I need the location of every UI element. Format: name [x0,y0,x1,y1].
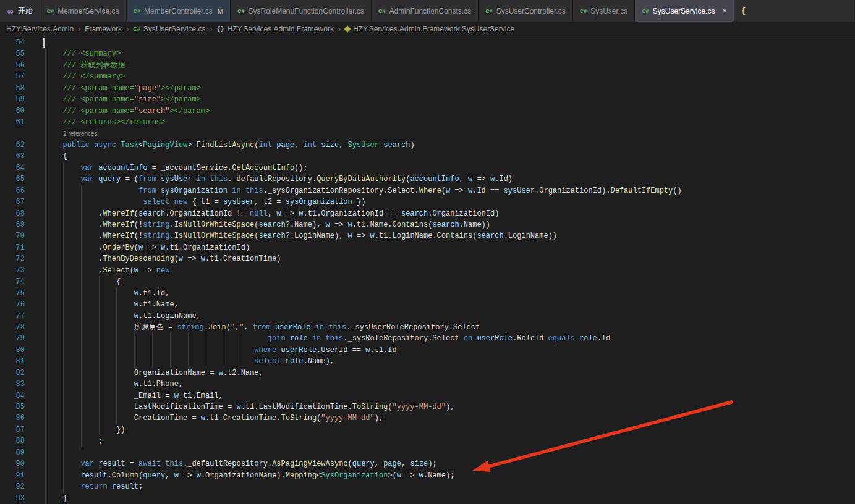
code-line[interactable]: { [27,151,67,162]
line-number[interactable]: 80 [0,345,27,356]
code-line[interactable]: }) [27,424,125,435]
line-number[interactable]: 57 [0,71,27,82]
line-number[interactable]: 82 [0,368,27,379]
code-line[interactable]: from sysOrganization in this._sysOrganiz… [27,185,682,196]
line-number[interactable]: 68 [0,208,27,219]
code-line[interactable]: .WhereIf(!string.IsNullOrWhiteSpace(sear… [27,219,490,230]
editor-tab[interactable]: C#SysUserController.cs [479,0,573,22]
code-line[interactable]: _Email = w.t1.Email, [27,390,223,401]
editor-tab[interactable]: C#SysRoleMenuFunctionController.cs [231,0,372,22]
line-number[interactable]: 56 [0,60,27,71]
line-number[interactable]: 78 [0,322,27,333]
close-tab-icon[interactable]: × [722,6,727,15]
line-number[interactable]: 91 [0,470,27,481]
code-line[interactable]: } [27,493,67,504]
line-number[interactable]: 54 [0,37,27,48]
editor-tab[interactable]: C#MemberService.cs [40,0,127,22]
code-line[interactable]: return result; [27,481,143,492]
line-number[interactable]: 73 [0,265,27,276]
breadcrumb-item[interactable]: C#SysUserService.cs [133,25,205,33]
line-number[interactable]: 84 [0,390,27,401]
line-number[interactable]: 64 [0,162,27,174]
code-row: 61 /// <returns></returns> [0,117,855,128]
code-line[interactable]: CreationTime = w.t1.CreationTime.ToStrin… [27,413,383,424]
code-line[interactable]: LastModificationTime = w.t1.LastModifica… [27,401,454,413]
code-line[interactable]: w.t1.Phone, [27,379,183,390]
code-line[interactable]: var query = (from sysUser in this._defau… [27,174,513,185]
line-number[interactable]: 63 [0,151,27,162]
editor-tab[interactable]: C#SysUser.cs [573,0,636,22]
line-number[interactable]: 81 [0,356,27,367]
breadcrumb-item[interactable]: HZY.Services.Admin [6,25,74,33]
line-number[interactable]: 74 [0,276,27,287]
code-line[interactable]: .OrderBy(w => w.t1.OrganizationId) [27,242,250,253]
line-number[interactable]: 76 [0,299,27,310]
code-line[interactable]: /// <param name="search"></param> [27,106,210,117]
code-line[interactable]: /// <returns></returns> [27,117,165,128]
editor-tab[interactable]: C#AdminFunctionConsts.cs [372,0,479,22]
line-number[interactable]: 70 [0,230,27,242]
line-number[interactable]: 67 [0,196,27,208]
line-number[interactable]: 71 [0,242,27,253]
code-line[interactable]: w.t1.LoginName, [27,311,201,322]
code-line[interactable]: var result = await this._defaultReposito… [27,458,437,469]
code-line[interactable]: 所属角色 = string.Join(",", from userRole in… [27,322,480,333]
editor-tab[interactable]: C#SysUserService.cs× [635,0,734,22]
code-line[interactable]: select new { t1 = sysUser, t2 = sysOrgan… [27,196,365,208]
code-line[interactable]: .WhereIf(search.OrganizationId != null, … [27,208,499,219]
code-line[interactable]: { [27,276,121,287]
line-number[interactable]: 72 [0,253,27,264]
line-number[interactable]: 88 [0,435,27,447]
line-number[interactable]: 86 [0,413,27,424]
editor-tab[interactable]: ∞开始 [0,0,40,22]
line-number[interactable]: 93 [0,493,27,504]
breadcrumb-item[interactable]: Framework [85,25,122,33]
code-row: 59 /// <param name="size"></param> [0,94,855,105]
code-line[interactable]: w.t1.Id, [27,288,169,299]
line-number[interactable]: 66 [0,185,27,196]
code-line[interactable]: result.Column(query, w => w.Organization… [27,470,454,481]
line-number[interactable]: 92 [0,481,27,492]
line-number[interactable]: 58 [0,83,27,94]
code-editor[interactable]: 5455 /// <summary>56 /// 获取列表数据57 /// </… [0,37,855,504]
line-number[interactable]: 69 [0,219,27,230]
line-number[interactable]: 83 [0,379,27,390]
code-line[interactable]: /// <param name="size"></param> [27,94,201,105]
line-number[interactable]: 61 [0,117,27,128]
line-number[interactable]: 87 [0,424,27,435]
line-number[interactable]: 62 [0,140,27,151]
editor-tab[interactable]: { [734,0,855,22]
code-line[interactable]: join role in this._sysRoleRepository.Sel… [27,333,610,344]
code-line[interactable]: /// 获取列表数据 [27,60,125,71]
line-number[interactable]: 60 [0,106,27,117]
editor-tab[interactable]: C#MemberController.csM [127,0,231,22]
line-number[interactable]: 55 [0,48,27,59]
code-line[interactable]: .ThenByDescending(w => w.t1.CreationTime… [27,253,281,264]
code-line[interactable]: /// <summary> [27,48,121,59]
code-line[interactable]: var accountInfo = _accountService.GetAcc… [27,162,308,174]
code-row: 83 w.t1.Phone, [0,379,855,390]
code-line[interactable]: /// <param name="page"></param> [27,83,201,94]
codelens-references[interactable]: 2 references [0,128,98,140]
line-number[interactable]: 75 [0,288,27,299]
breadcrumb-item[interactable]: HZY.Services.Admin.Framework.SysUserServ… [345,25,514,33]
code-line[interactable]: w.t1.Name, [27,299,179,310]
code-line[interactable]: public async Task<PagingView> FindListAs… [27,140,415,151]
code-line[interactable]: /// </summary> [27,71,125,82]
code-line[interactable]: OrganizationName = w.t2.Name, [27,368,263,379]
line-number[interactable]: 65 [0,174,27,185]
code-line[interactable]: ; [27,435,103,447]
line-number[interactable]: 77 [0,311,27,322]
code-line[interactable]: .WhereIf(!string.IsNullOrWhiteSpace(sear… [27,230,557,242]
line-number[interactable]: 89 [0,447,27,458]
code-row: 66 from sysOrganization in this._sysOrga… [0,185,855,196]
line-number[interactable]: 59 [0,94,27,105]
code-line[interactable]: select role.Name), [27,356,334,367]
code-row: 91 result.Column(query, w => w.Organizat… [0,470,855,481]
line-number[interactable]: 85 [0,401,27,413]
code-line[interactable]: where userRole.UserId == w.t1.Id [27,345,397,356]
line-number[interactable]: 79 [0,333,27,344]
breadcrumb-item[interactable]: {}HZY.Services.Admin.Framework [216,25,334,33]
code-line[interactable]: .Select(w => new [27,265,169,276]
line-number[interactable]: 90 [0,458,27,469]
